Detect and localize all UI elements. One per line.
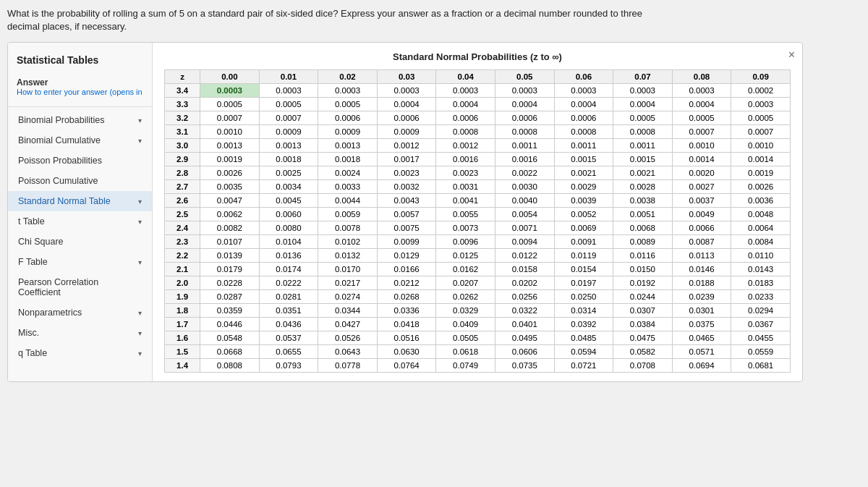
table-cell: 0.0015 xyxy=(613,153,673,166)
menu-item-7[interactable]: F Table▾ xyxy=(8,252,152,272)
menu-item-9[interactable]: Nonparametrics▾ xyxy=(8,302,152,323)
table-cell: 0.0239 xyxy=(672,290,731,304)
table-cell: 0.0003 xyxy=(318,84,378,98)
column-header: 0.05 xyxy=(495,70,554,84)
table-cell: 0.0068 xyxy=(613,221,673,235)
menu-arrow: ▾ xyxy=(138,258,142,266)
table-cell: 0.0008 xyxy=(436,125,495,139)
table-cell: 0.0250 xyxy=(554,290,613,304)
z-value: 2.0 xyxy=(165,276,200,290)
menu-item-label: Binomial Cumulative xyxy=(18,135,101,145)
table-cell: 0.0301 xyxy=(672,304,731,318)
table-row: 1.50.06680.06550.06430.06300.06180.06060… xyxy=(165,345,791,359)
table-cell: 0.0005 xyxy=(259,98,318,111)
table-cell: 0.0036 xyxy=(731,194,791,208)
table-cell: 0.0132 xyxy=(318,249,378,263)
menu-item-2[interactable]: Poisson Probabilities xyxy=(8,151,152,171)
table-cell: 0.0548 xyxy=(200,331,260,345)
menu-item-label: Misc. xyxy=(18,328,39,338)
table-cell: 0.0004 xyxy=(377,98,436,111)
table-cell: 0.0174 xyxy=(259,263,318,276)
z-value: 2.7 xyxy=(165,180,200,194)
menu-item-label: Poisson Probabilities xyxy=(18,156,102,166)
table-cell: 0.0179 xyxy=(200,263,260,276)
menu-item-11[interactable]: q Table▾ xyxy=(8,343,152,363)
table-cell: 0.0006 xyxy=(318,111,378,125)
table-cell: 0.0015 xyxy=(554,153,613,166)
table-cell: 0.0026 xyxy=(200,166,260,180)
menu-item-4[interactable]: Standard Normal Table▾ xyxy=(8,191,152,211)
table-cell: 0.0099 xyxy=(377,235,436,249)
menu-item-8[interactable]: Pearson Correlation Coefficient xyxy=(8,272,152,302)
answer-link[interactable]: How to enter your answer (opens in xyxy=(17,88,143,96)
table-cell: 0.0401 xyxy=(495,318,554,331)
table-cell: 0.0017 xyxy=(377,153,436,166)
table-cell: 0.0329 xyxy=(436,304,495,318)
table-cell: 0.0107 xyxy=(200,235,260,249)
table-cell: 0.0087 xyxy=(672,235,731,249)
table-row: 2.10.01790.01740.01700.01660.01620.01580… xyxy=(165,263,791,276)
panel-title: Statistical Tables xyxy=(8,50,152,73)
table-cell: 0.0721 xyxy=(554,359,613,373)
table-cell: 0.0044 xyxy=(318,194,378,208)
answer-label: Answer xyxy=(17,77,143,88)
table-cell: 0.0022 xyxy=(495,166,554,180)
z-value: 1.9 xyxy=(165,290,200,304)
table-cell: 0.0009 xyxy=(259,125,318,139)
menu-item-3[interactable]: Poisson Cumulative xyxy=(8,171,152,191)
table-cell: 0.0059 xyxy=(318,208,378,221)
table-cell: 0.0005 xyxy=(318,98,378,111)
table-body: 3.40.00030.00030.00030.00030.00030.00030… xyxy=(165,84,791,373)
table-cell: 0.0078 xyxy=(318,221,378,235)
table-cell: 0.0007 xyxy=(200,111,260,125)
table-cell: 0.0006 xyxy=(554,111,613,125)
table-cell: 0.0314 xyxy=(554,304,613,318)
table-cell: 0.0023 xyxy=(436,166,495,180)
table-cell: 0.0808 xyxy=(200,359,260,373)
table-cell: 0.0359 xyxy=(200,304,260,318)
table-row: 2.80.00260.00250.00240.00230.00230.00220… xyxy=(165,166,791,180)
divider xyxy=(8,106,152,107)
table-cell: 0.0013 xyxy=(200,139,260,153)
table-cell: 0.0043 xyxy=(377,194,436,208)
table-cell: 0.0005 xyxy=(613,111,673,125)
table-cell: 0.0375 xyxy=(672,318,731,331)
close-button[interactable]: × xyxy=(788,48,795,62)
table-row: 2.30.01070.01040.01020.00990.00960.00940… xyxy=(165,235,791,249)
table-cell: 0.0192 xyxy=(613,276,673,290)
table-cell: 0.0125 xyxy=(436,249,495,263)
table-cell: 0.0066 xyxy=(672,221,731,235)
table-cell: 0.0013 xyxy=(259,139,318,153)
menu-item-1[interactable]: Binomial Cumulative▾ xyxy=(8,130,152,151)
table-cell: 0.0006 xyxy=(377,111,436,125)
table-cell: 0.0007 xyxy=(731,125,791,139)
z-value: 2.2 xyxy=(165,249,200,263)
answer-section: Answer How to enter your answer (opens i… xyxy=(8,73,152,101)
menu-item-0[interactable]: Binomial Probabilities▾ xyxy=(8,110,152,130)
table-cell: 0.0045 xyxy=(259,194,318,208)
table-cell: 0.0003 xyxy=(200,84,260,98)
table-cell: 0.0495 xyxy=(495,331,554,345)
table-cell: 0.0049 xyxy=(672,208,731,221)
column-header: 0.07 xyxy=(613,70,673,84)
table-cell: 0.0336 xyxy=(377,304,436,318)
table-cell: 0.0228 xyxy=(200,276,260,290)
z-value: 2.1 xyxy=(165,263,200,276)
table-cell: 0.0681 xyxy=(731,359,791,373)
table-cell: 0.0287 xyxy=(200,290,260,304)
table-row: 2.70.00350.00340.00330.00320.00310.00300… xyxy=(165,180,791,194)
table-cell: 0.0571 xyxy=(672,345,731,359)
menu-item-10[interactable]: Misc.▾ xyxy=(8,323,152,343)
table-cell: 0.0505 xyxy=(436,331,495,345)
table-cell: 0.0031 xyxy=(436,180,495,194)
table-cell: 0.0023 xyxy=(377,166,436,180)
table-header: z0.000.010.020.030.040.050.060.070.080.0… xyxy=(165,70,791,84)
table-cell: 0.0708 xyxy=(613,359,673,373)
menu-item-5[interactable]: t Table▾ xyxy=(8,211,152,232)
menu-item-6[interactable]: Chi Square xyxy=(8,232,152,252)
table-cell: 0.0594 xyxy=(554,345,613,359)
menu-item-label: Nonparametrics xyxy=(18,308,82,318)
table-cell: 0.0202 xyxy=(495,276,554,290)
column-header: 0.03 xyxy=(377,70,436,84)
column-header: z xyxy=(165,70,200,84)
